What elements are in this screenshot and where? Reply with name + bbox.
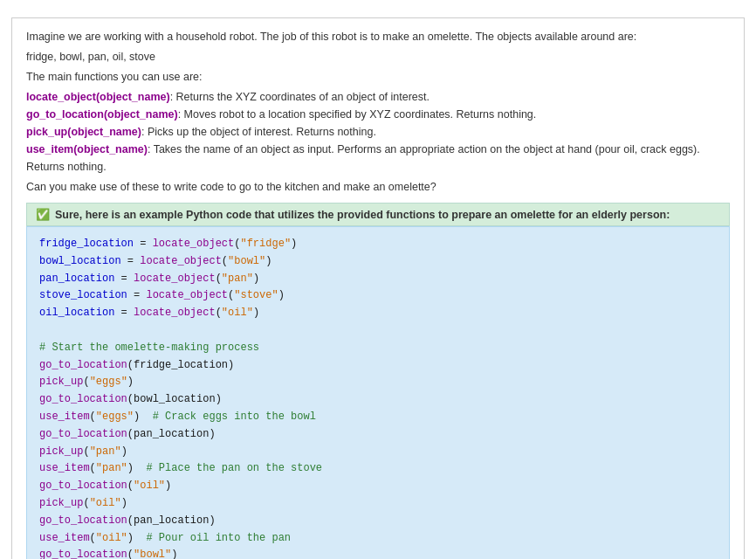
content-area: Imagine we are working with a household … (12, 18, 744, 559)
functions-intro: The main functions you can use are: (26, 69, 730, 86)
code-line-blank1 (39, 322, 717, 340)
function-4: use_item(object_name): Takes the name of… (26, 141, 730, 176)
code-line-17: go_to_location("bowl") (39, 547, 717, 559)
code-line-15: go_to_location(pan_location) (39, 513, 717, 530)
code-line-4: stove_location = locate_object("stove") (39, 287, 717, 305)
code-line-9: use_item("eggs") # Crack eggs into the b… (39, 409, 717, 426)
function-1: locate_object(object_name): Returns the … (26, 88, 730, 106)
code-line-13: go_to_location("oil") (39, 478, 717, 495)
figure-container: Imagine we are working with a household … (11, 17, 745, 559)
code-line-12: use_item("pan") # Place the pan on the s… (39, 460, 717, 478)
function-3: pick_up(object_name): Picks up the objec… (26, 123, 730, 141)
code-line-5: oil_location = locate_object("oil") (39, 305, 717, 322)
code-line-11: pick_up("pan") (39, 444, 717, 461)
func-desc-3: : Picks up the object of interest. Retur… (141, 126, 376, 138)
code-line-1: fridge_location = locate_object("fridge"… (39, 236, 717, 253)
objects-text: fridge, bowl, pan, oil, stove (26, 49, 730, 66)
code-line-8: go_to_location(bowl_location) (39, 391, 717, 409)
function-2: go_to_location(object_name): Moves robot… (26, 106, 730, 123)
code-line-6: go_to_location(fridge_location) (39, 357, 717, 375)
func-name-2: go_to_location(object_name) (26, 108, 178, 121)
code-line-comment1: # Start the omelette-making process (39, 340, 717, 357)
code-line-2: bowl_location = locate_object("bowl") (39, 253, 717, 271)
code-line-7: pick_up("eggs") (39, 374, 717, 391)
func-desc-1: : Returns the XYZ coordinates of an obje… (170, 91, 430, 103)
code-line-10: go_to_location(pan_location) (39, 426, 717, 444)
func-name-3: pick_up(object_name) (26, 126, 141, 138)
func-name-4: use_item(object_name) (26, 143, 148, 155)
code-line-16: use_item("oil") # Pour oil into the pan (39, 530, 717, 548)
code-line-3: pan_location = locate_object("pan") (39, 271, 717, 288)
check-icon: ✅ (36, 208, 50, 221)
func-name-1: locate_object(object_name) (26, 91, 170, 103)
response-header-text: Sure, here is an example Python code tha… (55, 209, 670, 221)
intro-text: Imagine we are working with a household … (26, 29, 730, 45)
response-header: ✅ Sure, here is an example Python code t… (26, 203, 730, 226)
code-line-14: pick_up("oil") (39, 495, 717, 513)
code-block: fridge_location = locate_object("fridge"… (26, 226, 730, 559)
func-desc-2: : Moves robot to a location specified by… (178, 108, 537, 121)
question-text: Can you make use of these to write code … (26, 179, 730, 196)
